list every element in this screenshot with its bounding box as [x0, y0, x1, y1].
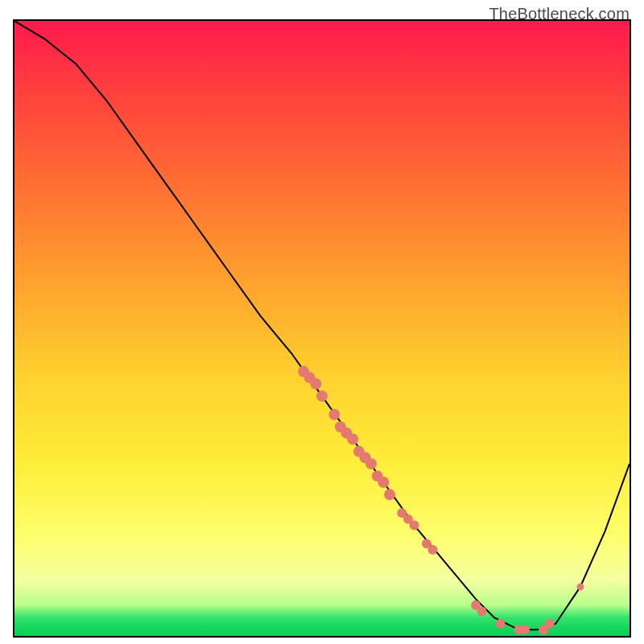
chart-curve — [14, 21, 630, 630]
chart-point — [477, 606, 487, 616]
chart-point — [347, 434, 358, 445]
chart-point — [520, 625, 530, 634]
chart-point — [428, 545, 438, 555]
chart-point — [496, 619, 506, 629]
chart-point — [384, 489, 395, 500]
chart-overlay — [14, 21, 630, 636]
chart-points-group — [298, 366, 584, 635]
chart-point — [378, 477, 389, 488]
chart-point — [545, 619, 555, 629]
chart-point — [410, 521, 419, 530]
chart-point — [576, 583, 584, 590]
chart-frame — [13, 19, 631, 638]
chart-point — [316, 390, 328, 402]
chart-point — [310, 378, 321, 390]
chart-point — [328, 409, 340, 420]
chart-point — [365, 458, 377, 469]
